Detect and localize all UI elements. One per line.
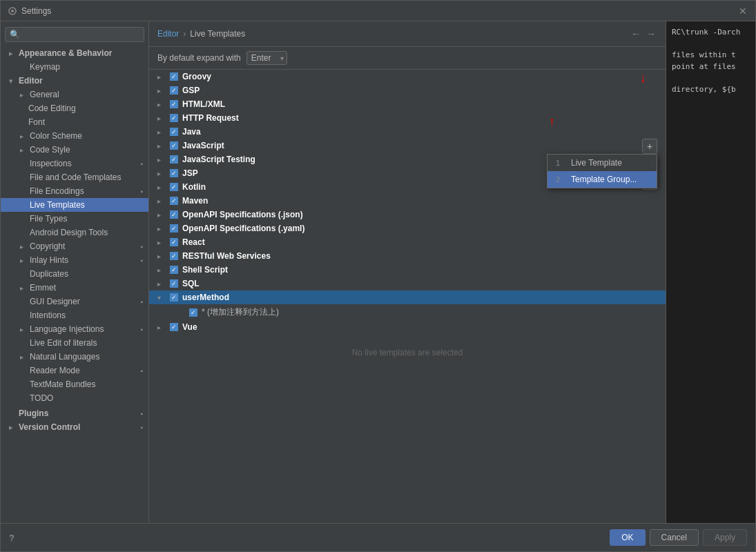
group-label: Kotlin <box>182 182 206 192</box>
sidebar-item-live-edit[interactable]: Live Edit of literals <box>1 336 148 350</box>
sidebar-item-code-editing[interactable]: Code Editing <box>1 101 148 115</box>
expand-select[interactable]: Enter Tab Space <box>246 51 287 65</box>
group-checkbox[interactable] <box>170 141 178 150</box>
group-checkbox[interactable] <box>170 238 178 246</box>
badge-icon: ▪ <box>140 367 143 375</box>
group-checkbox[interactable] <box>170 155 178 164</box>
group-checkbox[interactable] <box>170 252 178 260</box>
sidebar-item-label: Appearance & Behavior <box>19 48 112 58</box>
apply-button[interactable]: Apply <box>703 529 747 546</box>
sidebar-item-language-injections[interactable]: ▸ Language Injections ▪ <box>1 322 148 336</box>
item-checkbox[interactable] <box>189 308 197 317</box>
group-label: OpenAPI Specifications (.json) <box>182 210 303 219</box>
sidebar-item-keymap[interactable]: Keymap <box>1 60 148 74</box>
group-checkbox[interactable] <box>170 183 178 191</box>
badge-icon: ▪ <box>140 298 143 306</box>
navigation-arrows: ← → <box>630 27 657 41</box>
group-checkbox[interactable] <box>170 210 178 219</box>
chevron-right-icon: ▸ <box>9 424 16 431</box>
template-group-http-request[interactable]: ▸ HTTP Request <box>149 111 666 125</box>
group-checkbox[interactable] <box>170 114 178 122</box>
template-group-vue[interactable]: ▸ Vue <box>149 320 666 334</box>
sidebar-item-todo[interactable]: TODO <box>1 391 148 405</box>
template-group-openapi-json[interactable]: ▸ OpenAPI Specifications (.json) <box>149 208 666 221</box>
cancel-button[interactable]: Cancel <box>650 529 699 546</box>
group-checkbox[interactable] <box>170 72 178 81</box>
sidebar-item-textmate[interactable]: TextMate Bundles <box>1 377 148 391</box>
template-group-groovy[interactable]: ▸ Groovy <box>149 70 666 83</box>
sidebar-item-color-scheme[interactable]: ▸ Color Scheme <box>1 129 148 143</box>
nav-back-button[interactable]: ← <box>630 27 642 41</box>
template-group-openapi-yaml[interactable]: ▸ OpenAPI Specifications (.yaml) <box>149 221 666 235</box>
template-group-restful[interactable]: ▸ RESTful Web Services <box>149 249 666 263</box>
group-label: Vue <box>182 322 197 332</box>
sidebar-item-label: Keymap <box>30 62 60 72</box>
sidebar-item-label: Live Templates <box>30 200 85 210</box>
dropdown-item-template-group[interactable]: 2 Template Group... <box>547 171 657 188</box>
sidebar-item-inspections[interactable]: Inspections ▪ <box>1 157 148 170</box>
sidebar-item-android-design[interactable]: Android Design Tools <box>1 226 148 239</box>
group-checkbox[interactable] <box>170 224 178 233</box>
badge-icon: ▪ <box>140 243 143 250</box>
sidebar-item-appearance[interactable]: ▸ Appearance & Behavior <box>1 46 148 60</box>
template-group-html-xml[interactable]: ▸ HTML/XML <box>149 97 666 111</box>
sidebar-item-file-types[interactable]: File Types <box>1 212 148 226</box>
group-label: SQL <box>182 279 200 288</box>
close-button[interactable]: ✕ <box>739 6 748 16</box>
sidebar-item-live-templates[interactable]: Live Templates <box>1 198 148 212</box>
help-button[interactable]: ? <box>9 533 14 543</box>
group-checkbox[interactable] <box>170 197 178 205</box>
chevron-down-icon: ▾ <box>9 77 16 85</box>
group-label: Java <box>182 127 201 137</box>
group-checkbox[interactable] <box>170 86 178 95</box>
dropdown-item-live-template[interactable]: 1 Live Template <box>547 155 657 171</box>
sidebar-item-version-control[interactable]: ▸ Version Control ▪ <box>1 420 148 434</box>
sidebar-item-label: Font <box>28 117 45 127</box>
badge-icon: ▪ <box>140 424 143 431</box>
sidebar-item-label: Editor <box>19 76 43 86</box>
template-group-java[interactable]: ▸ Java <box>149 125 666 139</box>
template-group-maven[interactable]: ▸ Maven <box>149 194 666 208</box>
group-label: HTTP Request <box>182 113 239 123</box>
sidebar-item-general[interactable]: ▸ General <box>1 88 148 101</box>
group-checkbox[interactable] <box>170 169 178 177</box>
chevron-right-icon: ▸ <box>20 353 27 361</box>
sidebar-item-file-encodings[interactable]: File Encodings ▪ <box>1 184 148 198</box>
nav-forward-button[interactable]: → <box>645 27 657 41</box>
sidebar-item-natural-languages[interactable]: ▸ Natural Languages <box>1 350 148 364</box>
sidebar-item-editor[interactable]: ▾ Editor <box>1 74 148 88</box>
sidebar-item-label: Duplicates <box>30 269 68 279</box>
sidebar-item-label: Version Control <box>19 422 80 432</box>
sidebar-item-plugins[interactable]: Plugins ▪ <box>1 406 148 420</box>
group-checkbox[interactable] <box>170 266 178 274</box>
template-group-shell[interactable]: ▸ Shell Script <box>149 263 666 277</box>
sidebar-item-label: Language Injections <box>30 324 104 334</box>
add-button[interactable]: + <box>642 139 657 154</box>
sidebar-item-inlay-hints[interactable]: ▸ Inlay Hints ▪ <box>1 253 148 267</box>
template-group-gsp[interactable]: ▸ GSP <box>149 83 666 97</box>
expand-icon: ▸ <box>157 142 166 150</box>
template-group-react[interactable]: ▸ React <box>149 235 666 249</box>
group-checkbox[interactable] <box>170 128 178 136</box>
group-checkbox[interactable] <box>170 323 178 331</box>
sidebar-search[interactable] <box>5 27 144 42</box>
sidebar-item-copyright[interactable]: ▸ Copyright ▪ <box>1 239 148 253</box>
group-checkbox[interactable] <box>170 100 178 108</box>
sidebar-item-gui-designer[interactable]: GUI Designer ▪ <box>1 295 148 308</box>
template-group-javascript[interactable]: ▸ JavaScript <box>149 139 666 152</box>
sidebar-item-code-style[interactable]: ▸ Code Style <box>1 143 148 157</box>
group-checkbox[interactable] <box>170 279 178 288</box>
group-checkbox[interactable] <box>170 293 178 302</box>
ok-button[interactable]: OK <box>610 529 645 546</box>
breadcrumb-current: Live Templates <box>190 29 245 39</box>
sidebar-item-intentions[interactable]: Intentions <box>1 308 148 322</box>
template-group-usermethod[interactable]: ▾ userMethod <box>149 290 666 304</box>
sidebar-item-duplicates[interactable]: Duplicates <box>1 267 148 281</box>
sidebar-item-file-code-templates[interactable]: File and Code Templates <box>1 170 148 184</box>
sidebar-item-font[interactable]: Font <box>1 115 148 129</box>
sidebar-item-emmet[interactable]: ▸ Emmet <box>1 281 148 295</box>
breadcrumb-parent[interactable]: Editor <box>157 29 179 39</box>
template-item-usermethod-child[interactable]: * (增加注释到方法上) <box>149 304 666 320</box>
sidebar-item-reader-mode[interactable]: Reader Mode ▪ <box>1 364 148 377</box>
template-group-sql[interactable]: ▸ SQL <box>149 277 666 290</box>
